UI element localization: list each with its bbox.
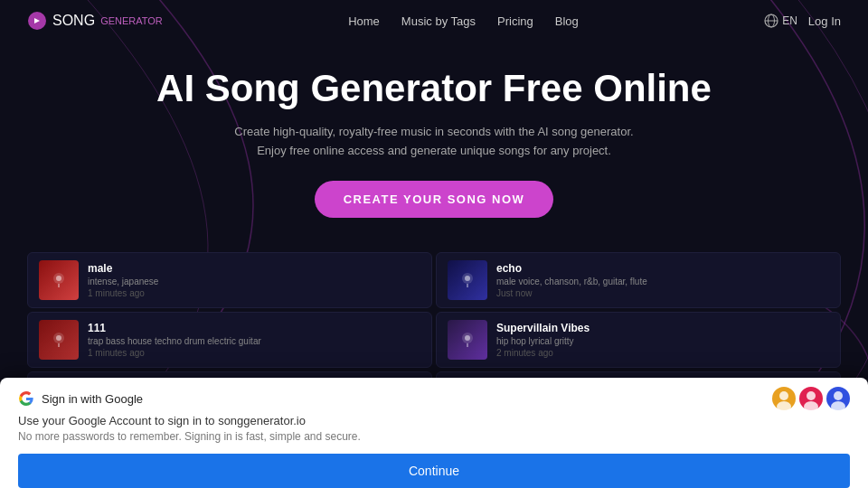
- song-tags: male voice, chanson, r&b, guitar, flute: [496, 277, 829, 286]
- avatar-3: [826, 387, 850, 410]
- avatar-2: [799, 387, 823, 410]
- song-card[interactable]: 111 trap bass house techno drum electric…: [27, 312, 432, 368]
- song-thumbnail: [448, 260, 487, 300]
- song-title: echo: [496, 262, 829, 275]
- logo[interactable]: SONG GENERATOR: [27, 11, 163, 31]
- song-thumbnail: [39, 260, 79, 300]
- svg-point-29: [779, 391, 788, 400]
- google-signin-label: Sign in with Google: [42, 392, 143, 406]
- song-thumbnail: [39, 320, 79, 360]
- song-thumb-icon: [458, 331, 476, 349]
- song-time: 1 minutes ago: [88, 348, 420, 358]
- svg-point-32: [807, 391, 816, 400]
- svg-point-11: [56, 335, 61, 341]
- google-logo-icon: [18, 390, 34, 407]
- song-tags: trap bass house techno drum electric gui…: [88, 336, 420, 346]
- nav-blog[interactable]: Blog: [555, 14, 579, 28]
- song-title: 111: [88, 322, 420, 334]
- navbar: SONG GENERATOR Home Music by Tags Pricin…: [0, 0, 868, 42]
- song-thumb-icon: [50, 331, 68, 349]
- google-signin-overlay: Sign in with Google × Use your Google Ac…: [0, 378, 868, 488]
- song-time: Just now: [496, 288, 829, 298]
- logo-generator-text: GENERATOR: [100, 15, 163, 26]
- song-tags: hip hop lyrical gritty: [496, 336, 829, 346]
- continue-button[interactable]: Continue: [18, 454, 850, 488]
- navbar-right: EN Log In: [764, 14, 841, 28]
- song-info: Supervillain Vibes hip hop lyrical gritt…: [496, 322, 829, 358]
- logo-icon: [27, 11, 47, 31]
- svg-point-5: [56, 276, 61, 281]
- song-card[interactable]: echo male voice, chanson, r&b, guitar, f…: [436, 252, 841, 308]
- language-selector[interactable]: EN: [764, 14, 797, 28]
- login-button[interactable]: Log In: [808, 14, 841, 28]
- nav-music-by-tags[interactable]: Music by Tags: [401, 14, 476, 28]
- song-tags: intense, japanese: [88, 277, 420, 286]
- logo-song-text: SONG: [52, 13, 95, 29]
- google-brand: Sign in with Google: [18, 390, 143, 407]
- song-card[interactable]: male intense, japanese 1 minutes ago: [27, 252, 432, 308]
- avatar-1: [772, 387, 796, 410]
- svg-point-8: [465, 276, 470, 281]
- hero-title: AI Song Generator Free Online: [18, 67, 850, 110]
- song-thumb-icon: [458, 271, 476, 289]
- song-thumbnail: [448, 320, 487, 360]
- cta-button[interactable]: CREATE YOUR SONG NOW: [315, 181, 554, 218]
- song-time: 2 minutes ago: [496, 348, 829, 358]
- nav-pricing[interactable]: Pricing: [497, 14, 533, 28]
- song-info: 111 trap bass house techno drum electric…: [88, 322, 420, 358]
- song-card[interactable]: Supervillain Vibes hip hop lyrical gritt…: [436, 312, 841, 368]
- hero-subtitle: Create high-quality, royalty-free music …: [226, 123, 642, 161]
- overlay-avatars: [772, 387, 850, 410]
- nav-links: Home Music by Tags Pricing Blog: [348, 14, 579, 28]
- globe-icon: [764, 14, 778, 28]
- song-title: Supervillain Vibes: [496, 322, 829, 334]
- google-subdesc-text: No more passwords to remember. Signing i…: [18, 430, 850, 443]
- song-info: male intense, japanese 1 minutes ago: [88, 262, 420, 298]
- google-overlay-header: Sign in with Google ×: [18, 390, 850, 407]
- google-desc-text: Use your Google Account to sign in to so…: [18, 414, 850, 427]
- song-time: 1 minutes ago: [88, 288, 420, 298]
- svg-point-14: [465, 335, 470, 341]
- nav-home[interactable]: Home: [348, 14, 380, 28]
- song-title: male: [88, 262, 420, 275]
- lang-label: EN: [782, 14, 797, 27]
- hero-section: AI Song Generator Free Online Create hig…: [0, 42, 868, 236]
- svg-point-35: [834, 391, 843, 400]
- song-info: echo male voice, chanson, r&b, guitar, f…: [496, 262, 829, 298]
- song-thumb-icon: [50, 271, 68, 289]
